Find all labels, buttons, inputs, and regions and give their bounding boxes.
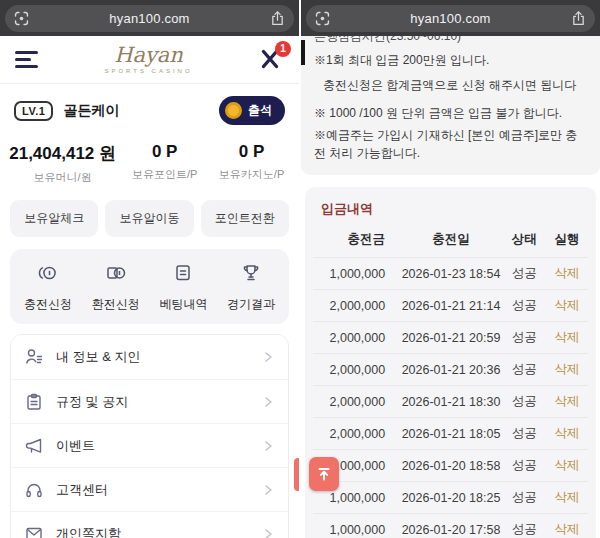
point-label: 보유포인트/P: [121, 167, 208, 182]
right-screen: hyan100.com 은행점검시간(23:50~06:10) ※1회 최대 입…: [301, 0, 600, 538]
delete-link[interactable]: 삭제: [545, 386, 588, 418]
delete-link[interactable]: 삭제: [545, 418, 588, 450]
chevron-right-icon: [261, 395, 275, 409]
betting-history-icon: [172, 262, 194, 288]
brand-logo[interactable]: Hayan SPORTS CASINO: [39, 45, 258, 74]
scroll-to-top-button[interactable]: [309, 457, 339, 491]
shortcut-label: 베팅내역: [159, 296, 207, 313]
browser-chrome-right: hyan100.com: [301, 0, 600, 36]
cell-date: 2026-01-21 20:59: [399, 322, 503, 354]
menu-label: 내 정보 & 지인: [56, 348, 141, 366]
exchange-icon: [105, 262, 127, 288]
col-amount: 충전금: [313, 221, 399, 258]
menu-item-rules-notice[interactable]: 규정 및 공지: [11, 379, 288, 423]
casino-label: 보유카지노/P: [208, 167, 295, 182]
address-bar-right[interactable]: hyan100.com: [306, 5, 595, 32]
balance-money: 21,404,412 원 보유머니/원: [4, 142, 121, 185]
table-header-row: 충전금 충전일 상태 실행: [313, 221, 588, 258]
delete-link[interactable]: 삭제: [545, 514, 588, 538]
cell-status: 성공: [503, 354, 546, 386]
cell-amount: 2,000,000: [313, 354, 399, 386]
cell-status: 성공: [503, 290, 546, 322]
person-icon: [24, 347, 44, 367]
menu-item-customer-center[interactable]: 고객센터: [11, 467, 288, 511]
menu-label: 이벤트: [56, 437, 95, 455]
delete-link[interactable]: 삭제: [545, 354, 588, 386]
delete-link[interactable]: 삭제: [545, 290, 588, 322]
shortcut-withdraw[interactable]: 환전신청: [82, 262, 150, 313]
col-action: 실행: [545, 221, 588, 258]
menu-item-my-info[interactable]: 내 정보 & 지인: [11, 335, 288, 379]
attendance-button[interactable]: 출석: [219, 96, 285, 125]
notice-line: ※1회 최대 입금 200만원 입니다.: [314, 52, 587, 69]
menu-item-private-messages[interactable]: 개인쪽지함: [11, 511, 288, 538]
shortcut-deposit[interactable]: 충전신청: [14, 262, 82, 313]
point-value: 0 P: [121, 142, 208, 162]
brand-name: Hayan: [39, 45, 258, 66]
mail-icon: [24, 524, 44, 538]
coin-icon: [225, 102, 242, 119]
close-x-icon[interactable]: 1: [258, 47, 284, 73]
delete-link[interactable]: 삭제: [545, 450, 588, 482]
point-convert-button[interactable]: 포인트전환: [201, 200, 289, 237]
move-balance-button[interactable]: 보유알이동: [105, 200, 193, 237]
share-icon[interactable]: [570, 10, 587, 27]
notice-line: 충전신청은 합계금액으로 신청 해주시면 됩니다: [314, 77, 587, 94]
col-status: 상태: [503, 221, 546, 258]
shortcut-label: 경기결과: [227, 296, 275, 313]
left-screen: hyan100.com Hayan SPORTS CASINO 1: [0, 0, 299, 538]
cell-amount: 2,000,000: [313, 418, 399, 450]
deposit-history-title: 입금내역: [313, 200, 588, 218]
level-badge: LV.1: [14, 101, 53, 121]
table-row: 2,000,000 2026-01-20 18:58 성공 삭제: [313, 450, 588, 482]
arrow-to-top-icon: [315, 465, 333, 483]
cell-status: 성공: [503, 322, 546, 354]
quick-buttons-row: 보유알체크 보유알이동 포인트전환: [0, 185, 299, 237]
menu-hamburger-button[interactable]: [15, 51, 39, 69]
browser-chrome-left: hyan100.com: [0, 0, 299, 36]
cell-date: 2026-01-21 18:05: [399, 418, 503, 450]
two-screenshot-stage: hyan100.com Hayan SPORTS CASINO 1: [0, 0, 600, 538]
url-text: hyan100.com: [30, 11, 269, 26]
cell-date: 2026-01-20 17:58: [399, 514, 503, 538]
table-row: 1,000,000 2026-01-23 18:54 성공 삭제: [313, 258, 588, 290]
menu-label: 개인쪽지함: [56, 525, 121, 538]
share-icon[interactable]: [269, 10, 286, 27]
shortcut-results[interactable]: 경기결과: [217, 262, 285, 313]
cell-amount: 1,000,000: [313, 258, 399, 290]
headset-icon: [24, 480, 44, 500]
profile-row: LV.1 골든케이 출석: [0, 84, 299, 125]
menu-label: 규정 및 공지: [56, 393, 128, 411]
address-bar-left[interactable]: hyan100.com: [5, 5, 294, 32]
balance-casino: 0 P 보유카지노/P: [208, 142, 295, 185]
coins-icon: [37, 262, 59, 288]
table-row: 2,000,000 2026-01-21 18:30 성공 삭제: [313, 386, 588, 418]
menu-item-event[interactable]: 이벤트: [11, 423, 288, 467]
table-row: 2,000,000 2026-01-21 18:05 성공 삭제: [313, 418, 588, 450]
cell-date: 2026-01-21 20:36: [399, 354, 503, 386]
url-text: hyan100.com: [331, 11, 570, 26]
notification-badge: 1: [275, 41, 291, 57]
notice-line: ※예금주는 가입시 기재하신 [본인 예금주]로만 충전 처리 가능합니다.: [314, 126, 587, 162]
cell-date: 2026-01-20 18:25: [399, 482, 503, 514]
notice-line: ※ 1000 /100 원 단위 금액은 입금 불가 합니다.: [314, 105, 587, 122]
username: 골든케이: [63, 102, 119, 120]
delete-link[interactable]: 삭제: [545, 258, 588, 290]
shortcut-grid: 충전신청 환전신청 베팅내역: [10, 249, 289, 324]
page-scan-icon[interactable]: [13, 10, 30, 27]
cell-status: 성공: [503, 258, 546, 290]
notice-line-clipped: 은행점검시간(23:50~06:10): [314, 36, 587, 43]
attendance-label: 출석: [248, 102, 272, 119]
check-balance-button[interactable]: 보유알체크: [10, 200, 98, 237]
menu-card: 내 정보 & 지인 규정 및 공지: [10, 334, 289, 538]
balance-point: 0 P 보유포인트/P: [121, 142, 208, 185]
cell-date: 2026-01-21 21:14: [399, 290, 503, 322]
col-date: 충전일: [399, 221, 503, 258]
page-scan-icon[interactable]: [314, 10, 331, 27]
delete-link[interactable]: 삭제: [545, 322, 588, 354]
money-label: 보유머니/원: [4, 170, 121, 185]
cell-status: 성공: [503, 418, 546, 450]
shortcut-betting-history[interactable]: 베팅내역: [150, 262, 218, 313]
delete-link[interactable]: 삭제: [545, 482, 588, 514]
scroll-top-button-clipped[interactable]: [294, 458, 299, 491]
